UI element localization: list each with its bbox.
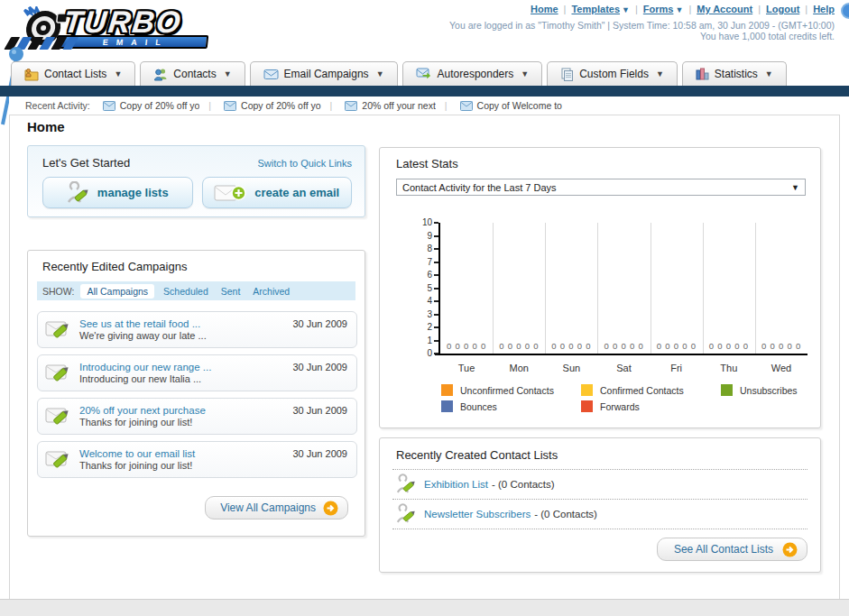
login-status-text: You are logged in as "Timothy Smith" | S… bbox=[449, 20, 835, 31]
chevron-down-icon: ▼ bbox=[224, 69, 232, 78]
legend-item: Unsubscribes bbox=[721, 384, 798, 396]
envelope-icon bbox=[103, 101, 115, 111]
link-logout[interactable]: Logout bbox=[766, 4, 799, 14]
chevron-down-icon: ▼ bbox=[765, 69, 773, 78]
link-help[interactable]: Help bbox=[813, 4, 835, 14]
envelope-icon bbox=[345, 101, 357, 111]
recent-activity-item[interactable]: Copy of 20% off yo bbox=[224, 100, 321, 111]
tab-contacts[interactable]: Contacts▼ bbox=[140, 61, 245, 86]
campaigns-title: Recently Edited Campaigns bbox=[28, 251, 365, 273]
person-pencil-icon bbox=[67, 181, 89, 205]
chevron-down-icon: ▼ bbox=[114, 69, 122, 78]
view-all-campaigns-button[interactable]: View All Campaigns bbox=[205, 496, 348, 519]
chevron-down-icon: ▼ bbox=[656, 69, 664, 78]
page-footer-strip bbox=[0, 599, 849, 616]
legend-swatch bbox=[441, 384, 453, 396]
tab-custom-fields[interactable]: Custom Fields▼ bbox=[547, 61, 678, 86]
envelope-pencil-icon bbox=[45, 361, 72, 385]
pages-icon bbox=[560, 68, 574, 81]
see-all-contact-lists-button[interactable]: See All Contact Lists bbox=[657, 538, 807, 561]
envelope-icon bbox=[460, 101, 473, 111]
chevron-down-icon: ▼ bbox=[622, 5, 630, 14]
legend-label: Confirmed Contacts bbox=[600, 385, 684, 396]
tab-all-campaigns[interactable]: All Campaigns bbox=[80, 284, 154, 299]
tab-scheduled[interactable]: Scheduled bbox=[163, 286, 208, 297]
legend-swatch bbox=[721, 384, 733, 396]
campaign-row[interactable]: 20% off your next purchaseThanks for joi… bbox=[37, 398, 357, 435]
campaign-row[interactable]: Introducing our new range ...Introducing… bbox=[37, 354, 357, 391]
switch-quick-links[interactable]: Switch to Quick Links bbox=[257, 158, 352, 169]
show-label: SHOW: bbox=[42, 286, 74, 297]
create-email-button[interactable]: create an email bbox=[202, 177, 353, 208]
tab-statistics[interactable]: Statistics▼ bbox=[682, 61, 787, 86]
envelope-plus-icon bbox=[214, 182, 246, 204]
get-started-panel: Let's Get Started Switch to Quick Links … bbox=[27, 145, 365, 217]
manage-lists-button[interactable]: manage lists bbox=[42, 177, 193, 208]
link-forms[interactable]: Forms bbox=[643, 4, 674, 14]
envelope-pencil-icon bbox=[45, 317, 72, 342]
envelope-icon bbox=[224, 101, 236, 111]
campaign-row[interactable]: See us at the retail food ...We're givin… bbox=[37, 311, 357, 348]
tab-email-campaigns[interactable]: Email Campaigns▼ bbox=[250, 61, 398, 86]
campaigns-filter-tabs: SHOW: All Campaigns Scheduled Sent Archi… bbox=[37, 281, 355, 300]
app-window: TURBO EMAIL Home|Templates▼|Forms▼|My Ac… bbox=[0, 0, 849, 616]
chevron-down-icon: ▼ bbox=[791, 183, 799, 192]
link-templates[interactable]: Templates bbox=[571, 4, 620, 14]
recent-activity-item[interactable]: 20% off your next bbox=[345, 100, 436, 111]
campaign-date: 30 Jun 2009 bbox=[292, 318, 347, 329]
page-title: Home bbox=[27, 119, 65, 134]
legend-label: Bounces bbox=[460, 401, 497, 412]
link-home[interactable]: Home bbox=[531, 4, 558, 14]
top-nav-links: Home|Templates▼|Forms▼|My Account|Logout… bbox=[531, 4, 835, 14]
help-bubble-icon[interactable] bbox=[841, 3, 849, 19]
legend-item: Unconfirmed Contacts bbox=[441, 384, 554, 396]
recent-activity-bar: Recent Activity: Copy of 20% off yo| Cop… bbox=[9, 97, 840, 115]
turbo-email-logo: TURBO EMAIL bbox=[5, 3, 235, 55]
legend-label: Unconfirmed Contacts bbox=[460, 385, 554, 396]
arrow-circle-icon bbox=[323, 501, 338, 516]
folder-contact-icon bbox=[24, 68, 39, 81]
envelope-pencil-icon bbox=[45, 447, 72, 472]
legend-item: Bounces bbox=[441, 400, 497, 412]
contact-list-row[interactable]: Exhibition List - (0 Contacts) bbox=[380, 470, 820, 499]
legend-swatch bbox=[581, 400, 593, 412]
campaign-date: 30 Jun 2009 bbox=[292, 362, 347, 372]
legend-label: Forwards bbox=[600, 401, 640, 412]
recent-activity-item[interactable]: Copy of Welcome to bbox=[460, 100, 562, 111]
contact-lists-title: Recently Created Contact Lists bbox=[380, 438, 820, 469]
legend-swatch bbox=[441, 400, 453, 412]
tab-contact-lists[interactable]: Contact Lists▼ bbox=[11, 61, 135, 86]
contacts-icon bbox=[153, 68, 168, 81]
main-nav: Contact Lists▼ Contacts▼ Email Campaigns… bbox=[11, 61, 787, 86]
campaign-date: 30 Jun 2009 bbox=[292, 405, 347, 416]
chevron-down-icon: ▼ bbox=[521, 69, 529, 78]
get-started-title: Let's Get Started bbox=[42, 156, 130, 170]
envelope-pencil-icon bbox=[45, 404, 72, 428]
chevron-down-icon: ▼ bbox=[376, 69, 384, 78]
arrow-circle-icon bbox=[782, 542, 798, 557]
tab-sent[interactable]: Sent bbox=[221, 286, 241, 297]
latest-stats-title: Latest Stats bbox=[380, 148, 820, 170]
legend-item: Confirmed Contacts bbox=[581, 384, 684, 396]
tab-archived[interactable]: Archived bbox=[253, 286, 290, 297]
contact-lists-panel: Recently Created Contact Lists Exhibitio… bbox=[379, 437, 821, 573]
bar-chart-icon bbox=[696, 68, 709, 80]
contact-list-row[interactable]: Newsletter Subscribers - (0 Contacts) bbox=[380, 500, 820, 529]
tab-autoresponders[interactable]: Autoresponders▼ bbox=[402, 61, 543, 86]
legend-swatch bbox=[581, 384, 593, 396]
recent-activity-item[interactable]: Copy of 20% off yo bbox=[103, 100, 200, 111]
envelope-arrow-icon bbox=[416, 68, 432, 80]
legend-label: Unsubscribes bbox=[740, 385, 798, 396]
chevron-down-icon: ▼ bbox=[675, 5, 683, 14]
envelope-icon bbox=[263, 69, 279, 80]
stats-period-select[interactable]: Contact Activity for the Last 7 Days ▼ bbox=[396, 179, 806, 196]
latest-stats-panel: Latest Stats Contact Activity for the La… bbox=[379, 147, 821, 428]
campaigns-panel: Recently Edited Campaigns SHOW: All Camp… bbox=[27, 250, 365, 537]
person-pencil-icon bbox=[396, 473, 416, 496]
link-my-account[interactable]: My Account bbox=[697, 4, 752, 14]
contact-activity-chart: 01234567891000000Tue00000Mon00000Sun0000… bbox=[398, 218, 813, 376]
campaign-row[interactable]: Welcome to our email listThanks for join… bbox=[37, 441, 357, 478]
credits-text: You have 1,000 total credits left. bbox=[700, 31, 835, 41]
person-pencil-icon bbox=[396, 502, 416, 526]
recent-activity-label: Recent Activity: bbox=[25, 100, 90, 111]
